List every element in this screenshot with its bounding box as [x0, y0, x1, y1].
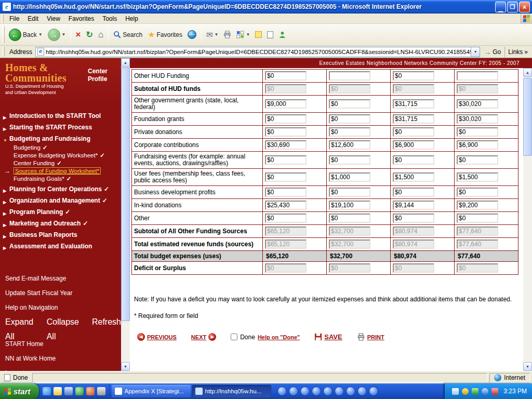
tray-icon[interactable] — [482, 388, 488, 395]
mail-dropdown-icon[interactable]: ▼ — [214, 32, 218, 37]
sidebar-item[interactable]: ▶Marketing and Outreach✓ — [0, 219, 121, 229]
minimize-button[interactable]: ▁ — [495, 2, 506, 12]
back-button[interactable]: ← Back ▼ — [6, 27, 45, 43]
amount-input[interactable] — [393, 155, 434, 165]
sidebar-item[interactable]: ▶Introduction to the START Tool — [0, 111, 121, 121]
amount-input[interactable] — [393, 140, 434, 150]
sidebar-subitem[interactable]: Budgeting✓ — [0, 144, 121, 152]
scroll-up-button[interactable]: ▲ — [523, 68, 532, 77]
sidebar-link[interactable]: Send E-mail Message — [0, 271, 121, 286]
amount-input[interactable] — [457, 99, 498, 109]
address-url[interactable]: http://lnshhq05w.hud.gov/NN/start.nsf/bi… — [44, 49, 471, 55]
sidebar-item[interactable]: ▶Organization and Management✓ — [0, 196, 121, 206]
amount-input[interactable] — [329, 71, 370, 81]
taskbar-icon[interactable] — [357, 387, 367, 396]
start-button[interactable]: start — [0, 383, 39, 399]
amount-input[interactable] — [265, 99, 307, 109]
sidebar-utility-link[interactable]: Expand All — [5, 315, 43, 329]
search-button[interactable]: Search — [111, 29, 145, 40]
tray-icon[interactable] — [472, 388, 478, 395]
amount-input[interactable] — [393, 71, 434, 81]
amount-input[interactable] — [265, 127, 307, 137]
taskbar-task-button[interactable]: Appendix X [Strategi... — [112, 385, 191, 397]
taskbar-icon[interactable] — [346, 387, 355, 396]
sidebar-item[interactable]: ▶Assessment and Evaluation — [0, 242, 121, 251]
print-toolbar-button[interactable] — [221, 29, 234, 40]
scroll-track[interactable] — [523, 77, 532, 362]
mail-button[interactable]: ✉ ▼ — [204, 29, 221, 41]
next-button[interactable]: NEXT ▶ — [191, 333, 216, 341]
amount-input[interactable] — [265, 71, 307, 81]
sidebar-subitem-current[interactable]: →Sources of Funding Worksheet* — [0, 167, 121, 175]
sidebar-link[interactable]: Logout — [0, 366, 121, 371]
edit-button[interactable]: ▼ — [234, 29, 252, 40]
sidebar-link[interactable]: START Home — [0, 337, 121, 351]
forward-button[interactable]: → ▼ — [45, 27, 69, 43]
amount-input[interactable] — [393, 127, 434, 137]
quick-launch-icon[interactable] — [97, 387, 105, 395]
scroll-down-button[interactable]: ▼ — [121, 362, 130, 371]
amount-input[interactable] — [329, 201, 370, 210]
amount-input[interactable] — [457, 188, 498, 197]
print-button[interactable]: PRINT — [357, 333, 384, 341]
taskbar-task-button[interactable]: http://lnshhq05w.hu... — [192, 385, 271, 397]
amount-input[interactable] — [457, 155, 498, 165]
amount-input[interactable] — [265, 114, 307, 124]
maximize-button[interactable]: ❐ — [507, 2, 518, 12]
amount-input[interactable] — [457, 71, 498, 81]
close-button[interactable]: × — [519, 2, 530, 12]
scroll-thumb[interactable] — [121, 68, 130, 321]
amount-input[interactable] — [265, 172, 307, 182]
edit-dropdown-icon[interactable]: ▼ — [246, 32, 250, 37]
tray-icon[interactable] — [452, 388, 459, 395]
amount-input[interactable] — [265, 201, 307, 210]
sidebar-item[interactable]: ▶Starting the START Process — [0, 123, 121, 132]
previous-button[interactable]: ◀ PREVIOUS — [137, 333, 177, 341]
amount-input[interactable] — [457, 214, 498, 223]
save-button[interactable]: SAVE — [314, 333, 342, 341]
media-button[interactable] — [185, 29, 199, 41]
taskbar-icon[interactable] — [323, 387, 332, 396]
sidebar-item[interactable]: ▶Planning for Center Operations✓ — [0, 184, 121, 194]
back-dropdown-icon[interactable]: ▼ — [38, 32, 43, 37]
amount-input[interactable] — [329, 99, 370, 109]
amount-input[interactable] — [329, 155, 370, 165]
scroll-thumb[interactable] — [523, 78, 532, 156]
scroll-down-button[interactable]: ▼ — [523, 362, 532, 371]
amount-input[interactable] — [265, 188, 307, 197]
amount-input[interactable] — [393, 201, 434, 210]
amount-input[interactable] — [393, 114, 434, 124]
sidebar-link[interactable]: NN at Work Home — [0, 351, 121, 366]
taskbar-icon[interactable] — [312, 387, 321, 396]
menu-edit[interactable]: Edit — [23, 14, 43, 23]
menu-view[interactable]: View — [43, 14, 64, 23]
quick-launch-mail-icon[interactable] — [54, 387, 62, 395]
sidebar-item[interactable]: ▼Budgeting and Fundraising — [0, 134, 121, 144]
sidebar-item[interactable]: ▶Business Plan Reports — [0, 230, 121, 240]
sidebar-subitem[interactable]: Expense Budgeting Worksheet*✓ — [0, 152, 121, 159]
address-dropdown-icon[interactable]: ▼ — [471, 47, 480, 57]
quick-launch-desktop-icon[interactable] — [64, 387, 73, 395]
messenger-button[interactable] — [276, 29, 289, 40]
refresh-button[interactable]: ↻ — [83, 29, 95, 41]
favorites-button[interactable]: ★ Favorites — [145, 29, 185, 41]
done-checkbox[interactable] — [231, 334, 237, 340]
amount-input[interactable] — [393, 172, 434, 182]
taskbar-icon[interactable] — [335, 387, 344, 396]
go-button[interactable]: → Go — [480, 46, 504, 58]
sidebar-link[interactable]: Help on Navigation — [0, 300, 121, 315]
sidebar-utility-link[interactable]: Refresh — [92, 315, 121, 329]
amount-input[interactable] — [457, 140, 498, 150]
center-profile-link[interactable]: Center Profile — [88, 68, 115, 83]
sidebar-item[interactable]: ▶Program Planning✓ — [0, 207, 121, 217]
amount-input[interactable] — [457, 172, 498, 182]
tray-icon[interactable] — [491, 388, 498, 395]
amount-input[interactable] — [457, 127, 498, 137]
sidebar-subitem[interactable]: Fundraising Goals*✓ — [0, 175, 121, 183]
quick-launch-icon[interactable] — [86, 387, 95, 395]
amount-input[interactable] — [329, 188, 370, 197]
sidebar-subitem[interactable]: Center Funding✓ — [0, 159, 121, 167]
amount-input[interactable] — [329, 127, 370, 137]
amount-input[interactable] — [265, 140, 307, 150]
sidebar-scrollbar[interactable]: ▲ ▼ — [121, 58, 130, 371]
